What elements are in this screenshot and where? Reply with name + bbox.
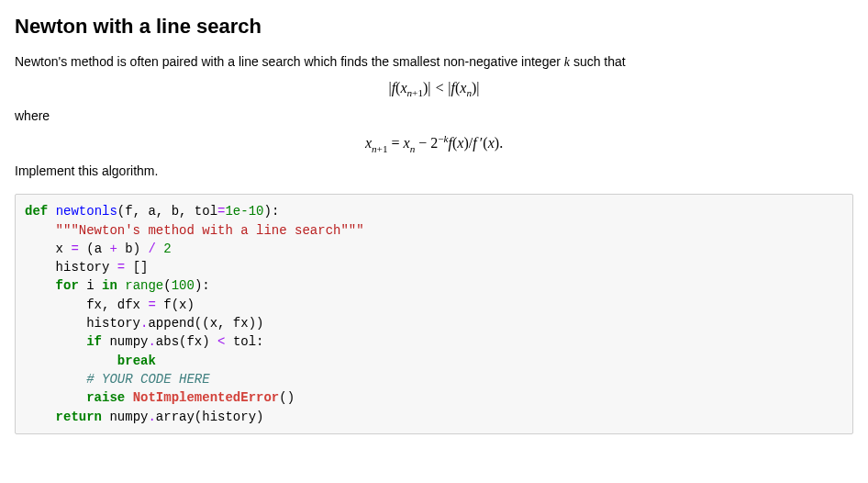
intro-paragraph: Newton's method is often paired with a l… <box>15 52 853 72</box>
kw-if: if <box>86 334 102 349</box>
code-text: (f, a, b, tol <box>117 204 217 219</box>
intro-tail: such that <box>570 54 626 69</box>
equation-1: |f(xn+1)| < |f(xn)| <box>15 77 853 101</box>
op-div: / <box>148 242 155 256</box>
code-text: history <box>25 316 140 331</box>
code-text: b) <box>117 242 149 256</box>
code-text: ): <box>195 278 210 293</box>
code-cell[interactable]: def newtonls(f, a, b, tol=1e-10): """New… <box>15 194 853 434</box>
num-lit: 1e-10 <box>225 204 263 219</box>
code-text: array(history) <box>156 410 264 424</box>
code-text: ): <box>263 204 279 219</box>
code-text: [] <box>125 260 148 275</box>
code-text <box>25 410 56 424</box>
op-dot: . <box>148 410 155 424</box>
op-dot: . <box>148 334 155 349</box>
docstring: """Newton's method with a line search""" <box>56 223 364 238</box>
code-text: (a <box>79 242 110 256</box>
builtin-range: range <box>125 278 163 293</box>
kw-for: for <box>56 278 79 293</box>
where-text: where <box>15 107 853 126</box>
code-text: append((x, fx)) <box>148 316 263 331</box>
op-plus: + <box>109 242 117 256</box>
code-text: tol: <box>225 334 263 349</box>
exc-name: NotImplementedError <box>133 390 280 405</box>
implement-text: Implement this algorithm. <box>15 162 853 181</box>
code-text: ( <box>163 278 171 293</box>
code-text <box>156 242 163 256</box>
code-text: abs(fx) <box>156 334 217 349</box>
code-text <box>125 390 132 405</box>
code-text <box>25 354 117 368</box>
code-text: fx, dfx <box>25 298 148 312</box>
code-text: () <box>279 390 295 405</box>
kw-return: return <box>56 410 102 424</box>
kw-raise: raise <box>86 390 125 405</box>
op-eq: = <box>117 260 125 275</box>
code-text: numpy <box>102 334 148 349</box>
intro-text: Newton's method is often paired with a l… <box>15 54 564 69</box>
code-text: history <box>25 260 117 275</box>
op-eq: = <box>148 298 155 312</box>
num-lit: 100 <box>172 278 195 293</box>
kw-in: in <box>102 278 117 293</box>
code-text: x <box>25 242 71 256</box>
code-text <box>25 390 86 405</box>
code-text <box>25 334 86 349</box>
kw-def: def <box>25 204 48 219</box>
code-text <box>117 278 125 293</box>
code-text <box>25 372 86 387</box>
code-text: i <box>79 278 102 293</box>
op-eq: = <box>71 242 78 256</box>
code-text: f(x) <box>156 298 195 312</box>
code-text: numpy <box>102 410 148 424</box>
comment: # YOUR CODE HERE <box>86 372 209 387</box>
kw-break: break <box>117 354 156 368</box>
num-lit: 2 <box>163 242 171 256</box>
equation-2: xn+1 = xn − 2−kf(x)/f ′(x). <box>15 131 853 156</box>
fn-name: newtonls <box>56 204 117 219</box>
section-heading: Newton with a line search <box>15 11 853 41</box>
